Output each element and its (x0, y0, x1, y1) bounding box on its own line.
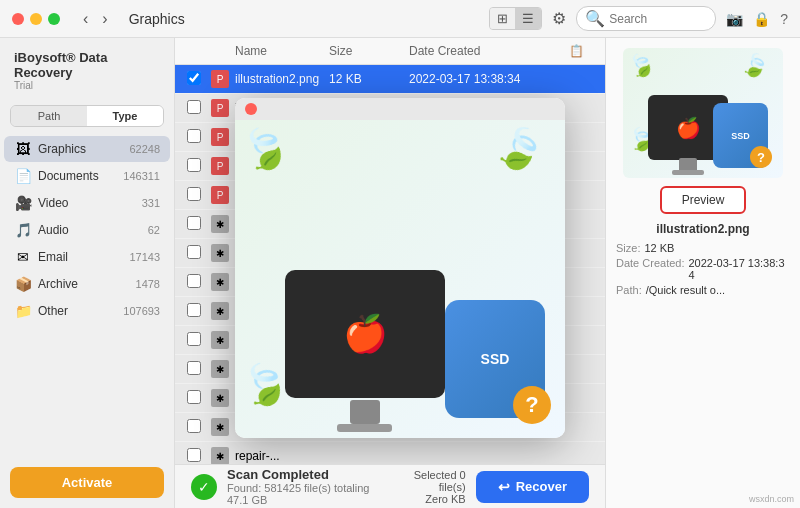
path-value: /Quick result o... (646, 284, 725, 296)
forward-button[interactable]: › (97, 8, 112, 30)
preview-filename: illustration2.png (656, 222, 749, 236)
page-title: Graphics (129, 11, 185, 27)
preview-popup[interactable]: 🍃 🍃 🍃 🍎 SSD ? (235, 98, 565, 438)
sidebar-item-archive[interactable]: 📦 Archive 1478 (4, 271, 170, 297)
size-value: 12 KB (644, 242, 674, 254)
audio-icon: 🎵 (14, 222, 32, 238)
file-thumb-icon: ✱ (211, 273, 229, 291)
sidebar-items: 🖼 Graphics 62248 📄 Documents 146311 🎥 Vi… (0, 135, 174, 457)
content-area: Name Size Date Created 📋 P illustration2… (175, 38, 605, 508)
sidebar-item-count: 62 (148, 224, 160, 236)
header-date[interactable]: Date Created (409, 44, 569, 58)
maximize-button[interactable] (48, 13, 60, 25)
row-checkbox[interactable] (187, 274, 201, 288)
tab-type[interactable]: Type (87, 106, 163, 126)
close-button[interactable] (12, 13, 24, 25)
file-thumb-icon: ✱ (211, 447, 229, 464)
preview-leaf-tr: 🍃 (738, 50, 771, 82)
file-thumb-icon: P (211, 157, 229, 175)
row-checkbox[interactable] (187, 361, 201, 375)
preview-button[interactable]: Preview (660, 186, 747, 214)
row-checkbox[interactable] (187, 129, 201, 143)
main-area: iBoysoft® Data Recovery Trial Path Type … (0, 38, 800, 508)
sidebar-item-label: Documents (38, 169, 117, 183)
sidebar-item-label: Archive (38, 277, 130, 291)
list-view-button[interactable]: ☰ (515, 8, 541, 29)
ssd-label: SSD (481, 351, 510, 367)
size-label: Size: (616, 242, 640, 254)
row-checkbox[interactable] (187, 71, 201, 85)
recover-button[interactable]: ↩ Recover (476, 471, 589, 503)
row-checkbox[interactable] (187, 390, 201, 404)
titlebar-right: ⊞ ☰ ⚙ 🔍 📷 🔒 ? (489, 6, 788, 31)
back-button[interactable]: ‹ (78, 8, 93, 30)
popup-content: 🍃 🍃 🍃 🍎 SSD ? (235, 120, 565, 438)
ssd-illustration: SSD ? (445, 300, 545, 418)
camera-icon[interactable]: 📷 (726, 11, 743, 27)
file-thumb-icon: ✱ (211, 360, 229, 378)
app-name: iBoysoft® Data Recovery (14, 50, 160, 80)
sidebar-item-label: Audio (38, 223, 142, 237)
titlebar: ‹ › Graphics ⊞ ☰ ⚙ 🔍 📷 🔒 ? (0, 0, 800, 38)
search-icon: 🔍 (585, 9, 605, 28)
search-box: 🔍 (576, 6, 716, 31)
row-checkbox[interactable] (187, 303, 201, 317)
leaf-icon-topleft: 🍃 (235, 120, 297, 179)
row-checkbox[interactable] (187, 187, 201, 201)
sidebar-item-email[interactable]: ✉ Email 17143 (4, 244, 170, 270)
scan-status: Scan Completed Found: 581425 file(s) tot… (227, 467, 379, 506)
minimize-button[interactable] (30, 13, 42, 25)
sidebar-item-other[interactable]: 📁 Other 107693 (4, 298, 170, 324)
imac-illustration: 🍎 (285, 270, 445, 398)
selected-size-label: Zero KB (399, 493, 466, 505)
row-checkbox[interactable] (187, 448, 201, 462)
file-thumb-icon: P (211, 186, 229, 204)
popup-close-dot[interactable] (245, 103, 257, 115)
file-date: 2022-03-17 13:38:34 (409, 72, 569, 86)
recover-icon: ↩ (498, 479, 510, 495)
sidebar: iBoysoft® Data Recovery Trial Path Type … (0, 38, 175, 508)
header-size[interactable]: Size (329, 44, 409, 58)
sidebar-item-video[interactable]: 🎥 Video 331 (4, 190, 170, 216)
sidebar-item-graphics[interactable]: 🖼 Graphics 62248 (4, 136, 170, 162)
table-row[interactable]: ✱ repair-... (175, 442, 605, 464)
apple-logo-icon: 🍎 (343, 313, 388, 355)
header-name[interactable]: Name (235, 44, 329, 58)
file-list-area: Name Size Date Created 📋 P illustration2… (175, 38, 605, 464)
lock-icon[interactable]: 🔒 (753, 11, 770, 27)
row-checkbox[interactable] (187, 216, 201, 230)
row-checkbox[interactable] (187, 332, 201, 346)
sidebar-item-documents[interactable]: 📄 Documents 146311 (4, 163, 170, 189)
sidebar-item-audio[interactable]: 🎵 Audio 62 (4, 217, 170, 243)
row-checkbox[interactable] (187, 100, 201, 114)
help-icon[interactable]: ? (780, 11, 788, 27)
preview-meta: Size: 12 KB Date Created: 2022-03-17 13:… (616, 242, 790, 299)
grid-view-button[interactable]: ⊞ (490, 8, 515, 29)
filter-button[interactable]: ⚙ (552, 9, 566, 28)
archive-icon: 📦 (14, 276, 32, 292)
path-label: Path: (616, 284, 642, 296)
trial-label: Trial (14, 80, 160, 91)
sidebar-item-label: Email (38, 250, 123, 264)
imac-base (337, 424, 392, 432)
recover-label: Recover (516, 479, 567, 494)
sidebar-item-count: 17143 (129, 251, 160, 263)
file-name: repair-... (235, 449, 329, 463)
bottom-bar: ✓ Scan Completed Found: 581425 file(s) t… (175, 464, 605, 508)
row-checkbox[interactable] (187, 419, 201, 433)
activate-button[interactable]: Activate (10, 467, 164, 498)
table-row[interactable]: P illustration2.png 12 KB 2022-03-17 13:… (175, 65, 605, 94)
ssd-question-icon: ? (513, 386, 551, 424)
header-restore: 📋 (569, 44, 593, 58)
preview-imac-base (672, 170, 704, 175)
file-thumb-icon: P (211, 99, 229, 117)
tab-path[interactable]: Path (11, 106, 87, 126)
sidebar-item-label: Graphics (38, 142, 123, 156)
search-input[interactable] (609, 12, 707, 26)
documents-icon: 📄 (14, 168, 32, 184)
view-toggle: ⊞ ☰ (489, 7, 542, 30)
row-checkbox[interactable] (187, 158, 201, 172)
file-size: 12 KB (329, 72, 409, 86)
scan-completed-label: Scan Completed (227, 467, 379, 482)
row-checkbox[interactable] (187, 245, 201, 259)
